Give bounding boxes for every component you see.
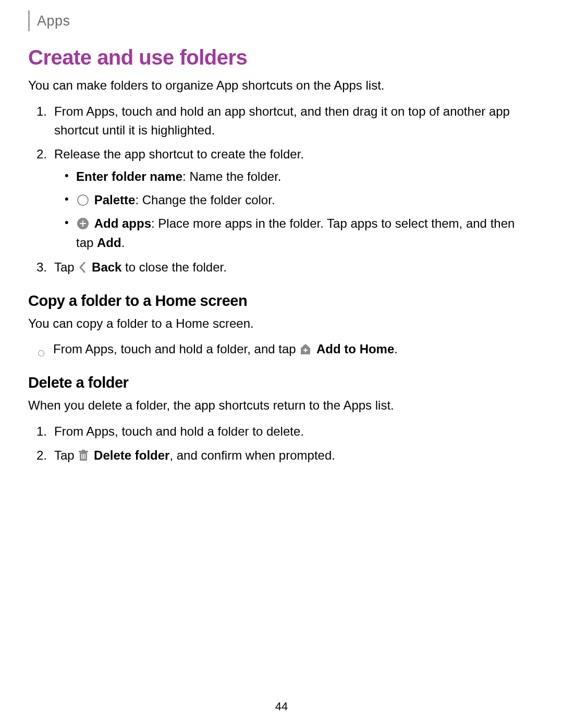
- copy-action-item: From Apps, touch and hold a folder, and …: [53, 340, 535, 359]
- svg-rect-9: [82, 450, 85, 451]
- sub-palette: Palette: Change the folder color.: [76, 190, 535, 209]
- step-lead: Tap: [54, 448, 78, 462]
- step-text: From Apps, touch and hold an app shortcu…: [54, 104, 510, 137]
- svg-rect-6: [303, 350, 308, 351]
- main-steps-list: 1. From Apps, touch and hold an app shor…: [28, 102, 535, 277]
- copy-bold: Add to Home: [316, 342, 394, 356]
- step-number: 2.: [36, 446, 47, 465]
- plus-circle-icon: [77, 217, 89, 230]
- sub-rest-after: .: [121, 236, 125, 250]
- step-text: From Apps, touch and hold a folder to de…: [54, 424, 304, 438]
- subheading-copy: Copy a folder to a Home screen: [28, 292, 535, 310]
- back-chevron-icon: [78, 261, 87, 274]
- step-3: 3. Tap Back to close the folder.: [54, 258, 535, 277]
- page-number: 44: [0, 700, 563, 713]
- step-bold: Delete folder: [94, 448, 169, 462]
- step-number: 2.: [36, 145, 47, 164]
- sub-label: Palette: [94, 193, 136, 207]
- document-page: Apps Create and use folders You can make…: [0, 0, 563, 728]
- step-number: 1.: [36, 102, 47, 121]
- step-lead: Tap: [54, 260, 78, 274]
- step-1: 1. From Apps, touch and hold an app shor…: [54, 102, 535, 140]
- palette-icon: [77, 194, 89, 206]
- add-to-home-icon: [300, 343, 311, 355]
- svg-point-0: [78, 195, 88, 205]
- step-rest: , and confirm when prompted.: [169, 448, 335, 462]
- delete-steps-list: 1. From Apps, touch and hold a folder to…: [28, 422, 535, 465]
- copy-lead: From Apps, touch and hold a folder, and …: [53, 342, 299, 356]
- sub-rest-bold-tail: Add: [97, 236, 121, 250]
- step-2-sublist: Enter folder name: Name the folder. Pale…: [54, 167, 535, 253]
- section-label: Apps: [37, 13, 70, 29]
- step-text: Release the app shortcut to create the f…: [54, 147, 304, 161]
- step-bold: Back: [92, 260, 121, 274]
- copy-action-list: From Apps, touch and hold a folder, and …: [28, 340, 535, 359]
- trash-icon: [78, 449, 89, 462]
- copy-tail: .: [394, 342, 398, 356]
- svg-rect-12: [85, 454, 86, 459]
- step-number: 1.: [36, 422, 47, 441]
- svg-rect-10: [81, 454, 82, 459]
- sub-rest: : Change the folder color.: [135, 193, 275, 207]
- delete-step-1: 1. From Apps, touch and hold a folder to…: [54, 422, 535, 441]
- sub-label: Enter folder name: [76, 169, 182, 183]
- header-rule: [28, 10, 30, 31]
- page-header: Apps: [28, 10, 535, 31]
- delete-step-2: 2. Tap Delete folder, and confirm when p…: [54, 446, 535, 465]
- svg-point-4: [39, 351, 44, 356]
- sub-rest: : Name the folder.: [182, 169, 281, 183]
- delete-intro: When you delete a folder, the app shortc…: [28, 397, 535, 415]
- step-rest: to close the folder.: [121, 260, 226, 274]
- dotted-circle-icon: [38, 343, 45, 351]
- step-number: 3.: [36, 258, 47, 277]
- sub-add-apps: Add apps: Place more apps in the folder.…: [76, 214, 535, 252]
- svg-rect-3: [80, 223, 86, 224]
- sub-enter-folder-name: Enter folder name: Name the folder.: [76, 167, 535, 186]
- svg-rect-11: [83, 454, 84, 459]
- page-title: Create and use folders: [28, 46, 535, 69]
- copy-intro: You can copy a folder to a Home screen.: [28, 315, 535, 333]
- subheading-delete: Delete a folder: [28, 374, 535, 391]
- sub-label: Add apps: [94, 216, 151, 230]
- step-2: 2. Release the app shortcut to create th…: [54, 145, 535, 253]
- intro-text: You can make folders to organize App sho…: [28, 77, 535, 95]
